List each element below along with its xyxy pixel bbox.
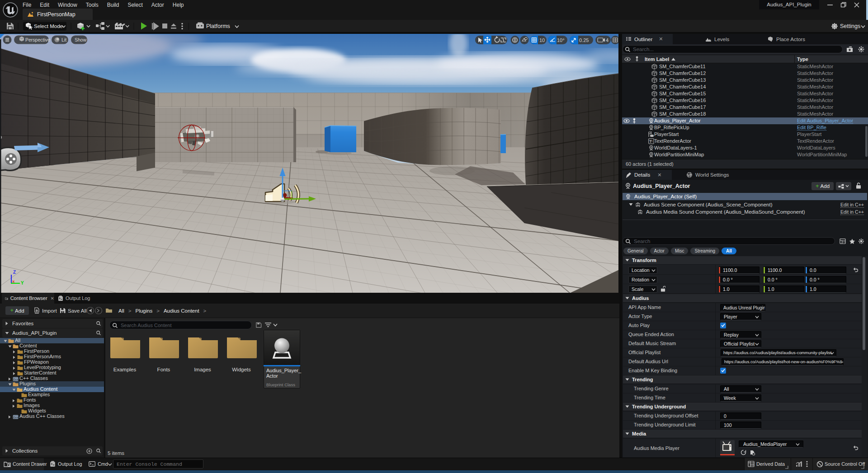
svg-text:C++: C++: [14, 416, 19, 419]
svg-text:C++: C++: [14, 378, 19, 381]
svg-text:Select Mode: Select Mode: [34, 23, 63, 29]
svg-text:10: 10: [539, 37, 545, 43]
svg-text:10°: 10°: [557, 37, 565, 43]
svg-text:Z: Z: [13, 270, 16, 275]
svg-text:Lit: Lit: [61, 37, 66, 42]
svg-text:t: t: [651, 140, 652, 143]
svg-text:X: X: [12, 280, 15, 284]
svg-text:Show: Show: [75, 37, 87, 42]
svg-text:4: 4: [606, 37, 609, 43]
svg-text:Perspective: Perspective: [25, 37, 50, 42]
svg-text:Y: Y: [21, 281, 24, 286]
svg-text:0.25: 0.25: [579, 37, 589, 43]
